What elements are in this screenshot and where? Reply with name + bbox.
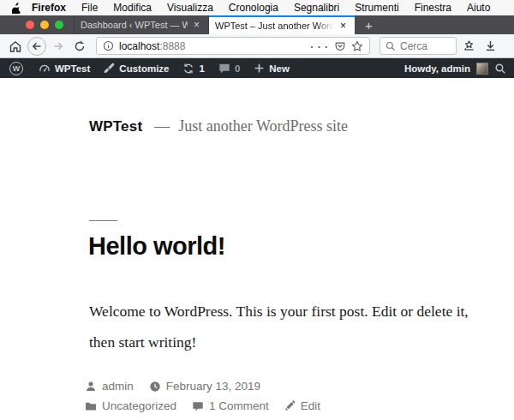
page-actions-icon[interactable]: • • • xyxy=(311,42,329,50)
window-controls xyxy=(0,15,74,34)
meta-row-2: Uncategorized 1 Comment Edit xyxy=(85,396,320,416)
comment-icon xyxy=(218,63,230,75)
menu-firefox[interactable]: Firefox xyxy=(27,2,74,14)
admin-search-icon[interactable] xyxy=(494,63,506,75)
post-edit-link[interactable]: Edit xyxy=(284,399,320,412)
adminbar-comments[interactable]: 0 xyxy=(212,63,247,75)
category-name: Uncategorized xyxy=(102,399,176,412)
adminbar-customize[interactable]: Customize xyxy=(97,63,176,74)
post-category-link[interactable]: Uncategorized xyxy=(85,399,176,412)
forward-icon[interactable] xyxy=(49,37,68,56)
search-placeholder: Cerca xyxy=(400,40,427,52)
meta-row-1: admin February 13, 2019 xyxy=(85,376,320,396)
search-bar[interactable]: Cerca xyxy=(380,37,457,55)
info-icon[interactable] xyxy=(103,40,114,51)
category-folder-icon xyxy=(85,400,97,412)
author-person-icon xyxy=(85,381,97,393)
tab-title: WPTest – Just another WordPress s xyxy=(215,21,334,31)
edit-label: Edit xyxy=(301,399,320,412)
site-title-separator: — xyxy=(154,117,170,135)
update-icon xyxy=(182,63,194,75)
post-comments-link[interactable]: 1 Comment xyxy=(192,399,269,412)
clock-icon xyxy=(149,381,161,393)
menu-tools[interactable]: Strumenti xyxy=(347,2,406,14)
download-icon[interactable] xyxy=(481,37,499,56)
pocket-icon[interactable] xyxy=(334,40,346,52)
comment-bubble-icon xyxy=(192,400,204,412)
url-port: :8888 xyxy=(159,40,185,52)
post-meta: admin February 13, 2019 Unc xyxy=(85,376,320,416)
address-bar[interactable]: localhost:8888 • • • xyxy=(96,37,370,55)
post-body-text: Welcome to WordPress. This is your first… xyxy=(89,296,471,357)
menu-view[interactable]: Visualizza xyxy=(159,2,221,14)
adminbar-updates[interactable]: 1 xyxy=(176,63,211,75)
back-icon[interactable] xyxy=(27,37,46,56)
edit-pencil-icon xyxy=(284,400,296,411)
entry-divider xyxy=(89,220,117,221)
tab-bar: Dashboard ‹ WPTest — WordPress × WPTest … xyxy=(0,15,514,34)
site-name-label: WPTest xyxy=(55,63,90,74)
apple-icon[interactable] xyxy=(10,3,27,14)
menu-file[interactable]: File xyxy=(74,2,105,14)
post-date-link[interactable]: February 13, 2019 xyxy=(149,380,260,393)
customize-label: Customize xyxy=(119,63,169,74)
site-tagline: Just another WordPress site xyxy=(178,117,348,135)
menu-window[interactable]: Finestra xyxy=(407,2,459,14)
site-header: WPTest — Just another WordPress site xyxy=(89,117,348,135)
tab-close-icon[interactable]: × xyxy=(191,18,202,32)
tab-title: Dashboard ‹ WPTest — WordPress xyxy=(81,20,188,30)
adminbar-site-name[interactable]: WPTest xyxy=(32,63,97,75)
reload-icon[interactable] xyxy=(70,37,89,56)
macos-menubar: Firefox File Modifica Visualizza Cronolo… xyxy=(0,0,514,15)
comments-count: 0 xyxy=(235,63,240,74)
search-icon xyxy=(386,41,396,51)
menu-history[interactable]: Cronologia xyxy=(221,2,286,14)
zoom-window-button[interactable] xyxy=(55,21,63,29)
site-title-link[interactable]: WPTest xyxy=(89,118,142,135)
tab-dashboard[interactable]: Dashboard ‹ WPTest — WordPress × xyxy=(74,15,209,34)
new-label: New xyxy=(269,63,290,74)
updates-count: 1 xyxy=(199,63,204,74)
url-text: localhost:8888 xyxy=(119,40,306,52)
menu-bookmarks[interactable]: Segnalibri xyxy=(286,2,347,14)
tab-close-icon[interactable]: × xyxy=(338,19,349,33)
bookmark-star-icon[interactable] xyxy=(351,40,363,52)
nav-toolbar: localhost:8888 • • • Cerca xyxy=(0,34,514,58)
tab-wptest-site[interactable]: WPTest – Just another WordPress s × xyxy=(209,15,355,34)
page-content: WPTest — Just another WordPress site Hel… xyxy=(0,78,514,420)
menu-help[interactable]: Aiuto xyxy=(459,2,498,14)
avatar[interactable] xyxy=(476,63,488,75)
wp-admin-bar: W WPTest Customize 1 xyxy=(0,58,514,78)
wp-logo-menu[interactable]: W xyxy=(8,62,32,75)
menu-edit[interactable]: Modifica xyxy=(105,2,159,14)
wordpress-logo-icon: W xyxy=(9,62,23,75)
post-date: February 13, 2019 xyxy=(166,380,260,393)
close-window-button[interactable] xyxy=(26,21,34,29)
post-title-link[interactable]: Hello world! xyxy=(88,232,225,261)
adminbar-new[interactable]: New xyxy=(247,63,296,74)
author-name: admin xyxy=(102,380,134,393)
customize-brush-icon xyxy=(104,63,115,74)
url-host: localhost xyxy=(119,40,159,52)
howdy-admin[interactable]: Howdy, admin xyxy=(404,63,470,74)
post-author-link[interactable]: admin xyxy=(85,380,134,393)
dashboard-gauge-icon xyxy=(39,63,51,75)
new-tab-button[interactable]: + xyxy=(355,15,383,34)
home-icon[interactable] xyxy=(6,37,25,56)
minimize-window-button[interactable] xyxy=(40,21,49,29)
plus-icon xyxy=(254,63,265,74)
comments-label: 1 Comment xyxy=(209,399,269,412)
library-icon[interactable] xyxy=(459,37,478,56)
